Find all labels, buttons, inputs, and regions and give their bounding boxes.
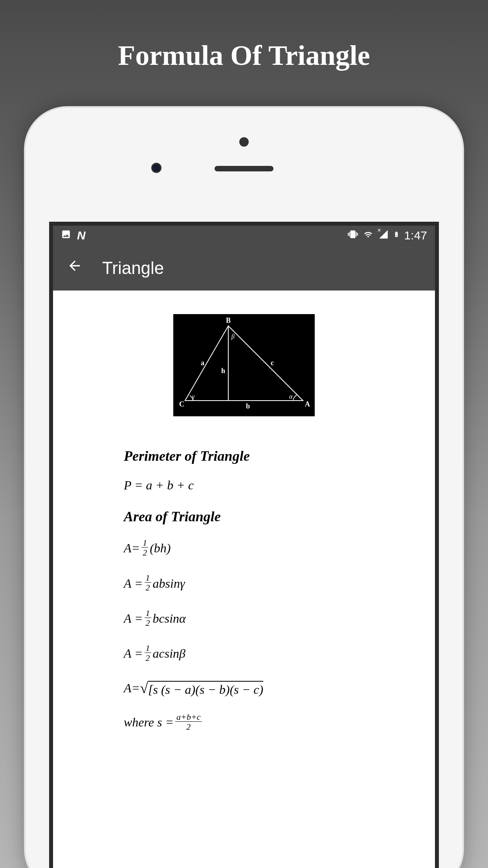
phone-camera-front (151, 163, 161, 173)
area-heading: Area of Triangle (124, 508, 364, 525)
height-label: h (221, 367, 225, 375)
battery-icon (393, 229, 400, 242)
app-bar: Triangle (53, 245, 435, 291)
vertex-c-label: C (179, 400, 184, 408)
formula-section: Perimeter of Triangle P = a + b + c Area… (69, 448, 419, 732)
app-title: Triangle (102, 258, 164, 278)
area-formula-heron: A= √ [s (s − a)(s − b)(s − c) (124, 679, 364, 697)
perimeter-formula: P = a + b + c (124, 478, 364, 493)
status-bar: N × 1:47 (53, 226, 435, 245)
area-formula-sina: A = 1 2 bcsinα (124, 609, 364, 628)
phone-frame: N × 1:47 (24, 106, 464, 868)
wifi-icon (363, 229, 374, 242)
page-title: Formula Of Triangle (0, 0, 488, 72)
status-left: N (61, 229, 86, 242)
status-time: 1:47 (404, 229, 427, 242)
triangle-diagram: B A C a c b h β γ α (69, 314, 419, 416)
content-area[interactable]: B A C a c b h β γ α (53, 291, 435, 868)
status-right: × 1:47 (348, 229, 427, 242)
n-icon: N (77, 229, 86, 242)
angle-alpha-label: α (289, 393, 293, 400)
area-formula-basic: A= 1 2 (bh) (124, 539, 364, 558)
vertex-a-label: A (305, 400, 310, 408)
back-button[interactable] (63, 254, 86, 282)
phone-speaker (215, 166, 273, 171)
side-b-label: b (246, 402, 250, 410)
side-c-label: c (271, 359, 274, 367)
angle-beta-label: β (231, 333, 235, 340)
image-icon (61, 229, 71, 242)
perimeter-heading: Perimeter of Triangle (124, 448, 364, 464)
side-a-label: a (201, 359, 204, 367)
signal-icon: × (378, 229, 389, 242)
phone-screen: N × 1:47 (49, 222, 439, 868)
area-formula-sinb: A = 1 2 acsinβ (124, 644, 364, 663)
area-formula-where: where s = a+b+c 2 (124, 713, 364, 732)
vertex-b-label: B (226, 316, 231, 324)
vibrate-icon (348, 229, 358, 242)
area-formula-siny: A = 1 2 absinγ (124, 574, 364, 593)
phone-camera-top (239, 137, 249, 147)
arrow-left-icon (67, 258, 83, 274)
